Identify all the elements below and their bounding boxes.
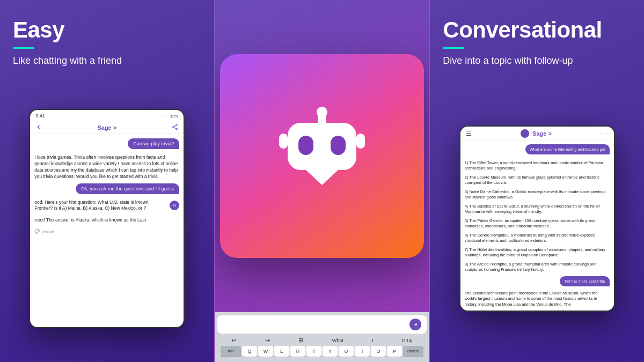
- right-title-underline: [443, 47, 464, 49]
- svg-rect-5: [288, 123, 356, 170]
- key-y[interactable]: Y: [323, 346, 338, 357]
- right-top-bar: ☰ Sage > ···: [460, 127, 614, 141]
- robot-icon-container: [215, 0, 429, 312]
- toolbar-undo[interactable]: ↩: [231, 337, 236, 344]
- right-user-bubble-1: What are some interesting architecture p…: [525, 144, 610, 154]
- send-button[interactable]: [409, 319, 421, 330]
- keyboard-toolbar: ↩ ↪ ⊞ What I Drug: [217, 337, 427, 344]
- svg-point-12: [317, 107, 327, 117]
- svg-point-0: [176, 124, 178, 126]
- right-list-item-4: 4) The Basilica of Sacré-Cœur, a stunnin…: [465, 204, 610, 215]
- dislike-button[interactable]: Dislike: [34, 227, 179, 234]
- key-u[interactable]: U: [339, 346, 354, 357]
- status-icons: ··· 32%: [164, 114, 179, 119]
- user-bubble-2: Ok, you ask me the questions and I'll gu…: [76, 183, 179, 194]
- right-tablet-mockup: ☰ Sage > ··· What are some interesting a…: [459, 125, 615, 312]
- right-list-item-3: 3) Notre Dame Cathedral, a Gothic master…: [465, 189, 610, 201]
- svg-line-3: [174, 128, 176, 129]
- top-status-bar: 9:41 ··· 32%: [30, 110, 184, 122]
- toolbar-drug[interactable]: Drug: [402, 338, 413, 343]
- sage-nav-label: Sage >: [97, 124, 116, 131]
- right-title: Conversational: [430, 0, 644, 43]
- right-subtitle: Dive into a topic with follow-up: [430, 55, 644, 75]
- toolbar-paste[interactable]: ⊞: [298, 337, 303, 344]
- dislike-label: Dislike: [41, 230, 54, 234]
- keyboard-rows: tab Q W E R T Y U I O P delete: [217, 346, 427, 357]
- svg-point-1: [173, 127, 174, 128]
- key-q[interactable]: Q: [242, 346, 257, 357]
- toolbar-what[interactable]: What: [332, 338, 343, 343]
- battery-icon: ···: [164, 114, 168, 119]
- robot-icon: [268, 101, 376, 211]
- status-time: 9:41: [35, 113, 45, 119]
- svg-rect-7: [331, 136, 346, 155]
- right-sage-label: Sage >: [532, 130, 552, 137]
- robot-card: [220, 54, 424, 258]
- svg-rect-6: [298, 136, 313, 155]
- left-panel: Easy Like chatting with a friend 9:41 ··…: [0, 0, 214, 362]
- key-t[interactable]: T: [306, 346, 321, 357]
- svg-rect-9: [356, 134, 365, 149]
- right-list-item-8: 8) The Arc de Triomphe, a grand triumpha…: [465, 262, 610, 273]
- more-options-icon[interactable]: ···: [601, 130, 608, 136]
- battery-pct: 32%: [170, 114, 178, 119]
- right-device-area: ☰ Sage > ··· What are some interesting a…: [430, 75, 644, 362]
- user-avatar: B: [170, 201, 179, 210]
- key-o[interactable]: O: [371, 346, 386, 357]
- right-chat-messages: What are some interesting architecture p…: [460, 141, 614, 311]
- left-tablet-mockup: 9:41 ··· 32% Sage > Can we play trivia?: [29, 109, 185, 328]
- keyboard-row-1: tab Q W E R T Y U I O P delete: [217, 346, 427, 357]
- left-subtitle: Like chatting with a friend: [0, 55, 214, 75]
- chat-messages-area: Can we play trivia? I love trivia games.…: [30, 134, 184, 327]
- toolbar-redo[interactable]: ↪: [265, 337, 270, 344]
- key-e[interactable]: E: [274, 346, 289, 357]
- delete-key[interactable]: delete: [403, 346, 423, 357]
- key-w[interactable]: W: [258, 346, 273, 357]
- tab-key[interactable]: tab: [221, 346, 241, 357]
- key-r[interactable]: R: [290, 346, 305, 357]
- left-title: Easy: [0, 0, 214, 43]
- left-title-underline: [13, 47, 34, 49]
- center-panel: ↩ ↪ ⊞ What I Drug tab Q W E R T Y U I O …: [214, 0, 430, 362]
- toolbar-i[interactable]: I: [372, 338, 374, 343]
- right-list-item-7: 7) The Hôtel des Invalides, a grand comp…: [465, 247, 610, 258]
- left-device-area: 9:41 ··· 32% Sage > Can we play trivia?: [0, 75, 214, 362]
- back-icon: [35, 124, 42, 131]
- right-avatar-icon: [521, 129, 529, 138]
- right-list-item-2: 2) The Louvre Museum, with its famous gl…: [465, 175, 610, 186]
- chat-input-row[interactable]: [217, 315, 427, 334]
- svg-point-2: [176, 128, 178, 130]
- key-p[interactable]: P: [387, 346, 402, 357]
- svg-marker-10: [306, 170, 338, 185]
- menu-icon[interactable]: ☰: [466, 130, 472, 137]
- right-panel: Conversational Dive into a topic with fo…: [430, 0, 644, 362]
- right-list-item-5: 5) The Palais Garnier, an opulent 19th-c…: [465, 218, 610, 230]
- ai-response-3: rrect! The answer is Alaska, which is kn…: [34, 217, 179, 224]
- keyboard-area: ↩ ↪ ⊞ What I Drug tab Q W E R T Y U I O …: [215, 312, 429, 362]
- key-i[interactable]: I: [355, 346, 370, 357]
- svg-line-4: [174, 125, 176, 127]
- user-bubble-1: Can we play trivia?: [128, 138, 179, 149]
- right-list-item-6: 6) The Centre Pompidou, a modernist buil…: [465, 233, 610, 244]
- chat-nav-bar: Sage >: [30, 122, 184, 134]
- right-user-bubble-2: Tell me more about the: [560, 276, 609, 286]
- svg-rect-8: [279, 134, 288, 149]
- right-list-item-1: 1) The Eiffel Tower, a world-renowned la…: [465, 160, 610, 172]
- ai-response-2: ood. Here's your first question: What U.…: [34, 200, 165, 212]
- right-ai-response: The second architecture point mentioned …: [465, 291, 610, 308]
- share-icon: [172, 124, 178, 131]
- ai-response-1: I love trivia games. Trivia often involv…: [34, 154, 179, 180]
